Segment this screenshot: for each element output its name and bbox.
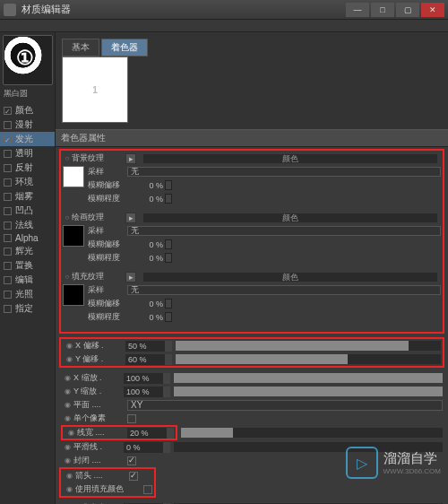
panel-header: 着色器属性 <box>56 129 448 147</box>
use-fill-check[interactable] <box>143 485 152 494</box>
channel-displacement[interactable]: 置换 <box>0 258 55 273</box>
draw-texture-slider[interactable]: 颜色 <box>143 213 437 222</box>
channel-fog[interactable]: 烟雾 <box>0 189 55 204</box>
bg-blurscale-spin[interactable] <box>165 194 172 204</box>
close-button[interactable]: ✕ <box>421 3 444 17</box>
draw-texture-swatch[interactable] <box>63 225 84 247</box>
draw-blurscale-spin[interactable] <box>165 253 172 263</box>
channel-reflection[interactable]: 反射 <box>0 161 55 175</box>
channel-assign[interactable]: 指定 <box>0 301 55 316</box>
minimize-button[interactable]: — <box>346 3 369 17</box>
app-icon <box>4 4 16 16</box>
draw-bluroff-spin[interactable] <box>165 239 172 249</box>
channel-bump[interactable]: 凹凸 <box>0 204 55 218</box>
menu-bar[interactable] <box>0 20 448 32</box>
bg-texture-swatch[interactable] <box>63 166 84 187</box>
channel-environment[interactable]: 环境 <box>0 175 55 189</box>
draw-texture-label: 绘画纹理 <box>72 212 125 223</box>
highlight-offsets: ◉X 偏移 .50 % ◉Y 偏移 .60 % <box>59 337 444 368</box>
x-offset-value[interactable]: 50 % <box>125 341 165 352</box>
bg-texture-label: 背景纹理 <box>72 152 125 164</box>
smooth-spin[interactable] <box>163 442 170 453</box>
sidebar: 黑白圆 颜色 漫射 发光 透明 反射 环境 烟雾 凹凸 法线 Alpha 辉光 … <box>0 32 56 504</box>
draw-texture-picker[interactable]: ▸ <box>125 213 136 223</box>
x-offset-slider[interactable] <box>176 341 441 351</box>
channel-diffuse[interactable]: 漫射 <box>0 117 55 132</box>
fill-sample-dd[interactable]: 无 <box>127 285 441 295</box>
x-scale-spin[interactable] <box>163 373 170 384</box>
y-offset-spin[interactable] <box>165 354 172 365</box>
bg-bluroff-spin[interactable] <box>165 180 172 190</box>
fill-blurscale-spin[interactable] <box>165 312 172 322</box>
shader-preview[interactable]: 1 <box>62 56 128 123</box>
plane-dropdown[interactable]: XY <box>127 400 443 411</box>
bg-sample-dd[interactable]: 无 <box>127 167 441 177</box>
channel-transparency[interactable]: 透明 <box>0 146 55 161</box>
channel-luminance[interactable]: 发光 <box>0 132 55 146</box>
fill-texture-picker[interactable]: ▸ <box>125 272 136 282</box>
title-bar: 材质编辑器 — □ ▢ ✕ <box>0 0 448 20</box>
highlight-linewidth: ◉线宽 ....20 % <box>61 425 177 440</box>
y-scale-value[interactable]: 100 % <box>124 387 163 397</box>
linewidth-slider[interactable] <box>181 428 443 438</box>
channel-alpha[interactable]: Alpha <box>0 232 55 244</box>
channel-list: 颜色 漫射 发光 透明 反射 环境 烟雾 凹凸 法线 Alpha 辉光 置换 编… <box>0 103 55 316</box>
draw-sample-dd[interactable]: 无 <box>127 226 441 236</box>
y-scale-spin[interactable] <box>163 387 170 397</box>
linewidth-spin[interactable] <box>167 428 174 439</box>
linewidth-value[interactable]: 20 % <box>127 428 167 439</box>
bg-texture-slider[interactable]: 颜色 <box>143 154 437 163</box>
x-offset-spin[interactable] <box>165 341 172 352</box>
highlight-textures: ○背景纹理▸颜色 采样无 模糊偏移0 % 模糊程度0 % ○绘画纹理▸颜色 <box>59 149 444 334</box>
watermark: ▷ 溜溜自学 WWW.3D66.COM <box>346 447 441 479</box>
y-offset-slider[interactable] <box>176 354 441 364</box>
bg-texture-picker[interactable]: ▸ <box>125 153 136 164</box>
y-scale-slider[interactable] <box>174 387 443 396</box>
channel-illum[interactable]: 光照 <box>0 287 55 301</box>
window-title: 材质编辑器 <box>22 3 344 16</box>
fill-texture-slider[interactable]: 颜色 <box>143 273 437 282</box>
close-check[interactable] <box>127 456 136 465</box>
arrow-check[interactable] <box>129 472 138 481</box>
channel-edit[interactable]: 编辑 <box>0 273 55 287</box>
fill-bluroff-spin[interactable] <box>165 299 172 308</box>
fill-texture-swatch[interactable] <box>63 284 84 306</box>
channel-glow[interactable]: 辉光 <box>0 244 55 258</box>
restore-button[interactable]: □ <box>371 3 394 17</box>
play-icon: ▷ <box>346 447 378 479</box>
tab-shader[interactable]: 着色器 <box>101 39 148 56</box>
highlight-arrow-fill: ◉箭头 .... ◉使用填充颜色 <box>59 467 156 498</box>
channel-color[interactable]: 颜色 <box>0 103 55 117</box>
single-pixel-check[interactable] <box>127 414 136 423</box>
material-name: 黑白圆 <box>4 88 51 100</box>
x-scale-value[interactable]: 100 % <box>124 373 163 384</box>
fill-texture-label: 填充纹理 <box>72 271 125 282</box>
smooth-value[interactable]: 0 % <box>124 442 163 453</box>
x-scale-slider[interactable] <box>174 373 443 383</box>
y-offset-value[interactable]: 60 % <box>125 354 165 365</box>
maximize-button[interactable]: ▢ <box>396 3 419 17</box>
channel-normal[interactable]: 法线 <box>0 218 55 232</box>
material-preview-small[interactable] <box>3 35 53 85</box>
tab-basic[interactable]: 基本 <box>62 39 99 56</box>
